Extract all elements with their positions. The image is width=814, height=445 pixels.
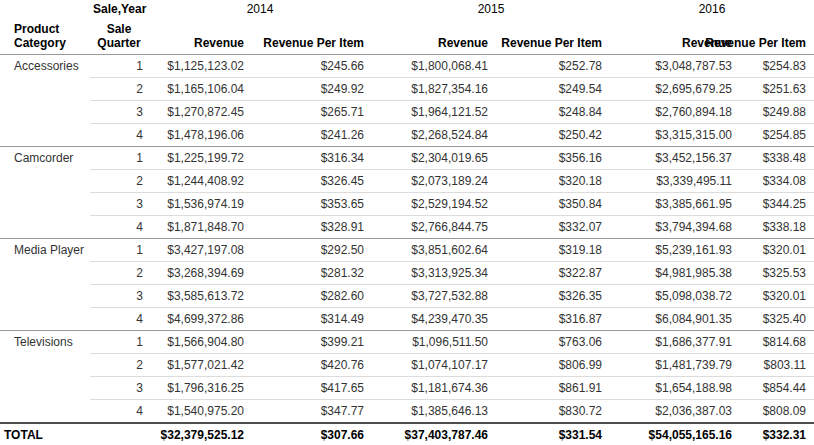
sale-quarter-cell: 2 xyxy=(90,262,148,285)
table-row: 2$1,165,106.04$249.92$1,827,354.16$249.5… xyxy=(0,78,814,101)
row-dimension-line2: Category xyxy=(14,36,90,50)
revenue-per-item-cell: $316.87 xyxy=(496,308,610,331)
revenue-per-item-cell: $248.84 xyxy=(496,101,610,124)
table-header: Sale,Year 2014 2015 2016 Product Categor… xyxy=(0,0,814,55)
revenue-per-item-cell: $350.84 xyxy=(496,193,610,216)
revenue-cell: $2,529,194.52 xyxy=(372,193,496,216)
table-row: 3$3,585,613.72$282.60$3,727,532.88$326.3… xyxy=(0,285,814,308)
total-revenue-cell: $32,379,525.12 xyxy=(148,423,252,445)
revenue-cell: $1,181,674.36 xyxy=(372,377,496,400)
revenue-cell: $4,699,372.86 xyxy=(148,308,252,331)
sale-quarter-cell: 1 xyxy=(90,147,148,170)
revenue-per-item-cell: $326.45 xyxy=(252,170,372,193)
revenue-per-item-cell: $249.88 xyxy=(740,101,814,124)
row-dimension-header: Product Category xyxy=(0,19,90,55)
revenue-cell: $1,244,408.92 xyxy=(148,170,252,193)
table-row: 3$1,270,872.45$265.71$1,964,121.52$248.8… xyxy=(0,101,814,124)
revenue-cell: $1,827,354.16 xyxy=(372,78,496,101)
revenue-cell: $1,577,021.42 xyxy=(148,354,252,377)
revenue-per-item-cell: $338.18 xyxy=(740,216,814,239)
revenue-per-item-cell: $399.21 xyxy=(252,331,372,354)
revenue-cell: $1,871,848.70 xyxy=(148,216,252,239)
table-row: Televisions1$1,566,904.80$399.21$1,096,5… xyxy=(0,331,814,354)
revenue-per-item-cell: $319.18 xyxy=(496,239,610,262)
revenue-cell: $5,098,038.72 xyxy=(610,285,740,308)
revenue-per-item-cell: $281.32 xyxy=(252,262,372,285)
revenue-cell: $1,270,872.45 xyxy=(148,101,252,124)
revenue-per-item-cell: $251.63 xyxy=(740,78,814,101)
revenue-cell: $1,165,106.04 xyxy=(148,78,252,101)
revenue-cell: $2,766,844.75 xyxy=(372,216,496,239)
sale-quarter-cell: 4 xyxy=(90,400,148,424)
revenue-per-item-cell: $325.53 xyxy=(740,262,814,285)
measure-header-row: Product Category Sale Quarter Revenue Re… xyxy=(0,19,814,55)
sale-quarter-cell: 1 xyxy=(90,239,148,262)
sale-quarter-cell: 3 xyxy=(90,377,148,400)
quarter-dimension-line1: Sale xyxy=(90,22,148,36)
revenue-cell: $3,794,394.68 xyxy=(610,216,740,239)
table-row: 3$1,536,974.19$353.65$2,529,194.52$350.8… xyxy=(0,193,814,216)
sale-quarter-cell: 4 xyxy=(90,216,148,239)
revenue-cell: $1,800,068.41 xyxy=(372,55,496,78)
revenue-cell: $1,478,196.06 xyxy=(148,124,252,147)
revenue-cell: $2,760,894.18 xyxy=(610,101,740,124)
column-dimension-label: Sale,Year xyxy=(90,0,148,19)
revenue-cell: $2,695,679.25 xyxy=(610,78,740,101)
revenue-cell: $1,654,188.98 xyxy=(610,377,740,400)
revenue-per-item-cell: $320.01 xyxy=(740,239,814,262)
revenue-per-item-cell: $830.72 xyxy=(496,400,610,424)
revenue-cell: $3,851,602.64 xyxy=(372,239,496,262)
table-body: Accessories1$1,125,123.02$245.66$1,800,0… xyxy=(0,55,814,445)
sale-quarter-cell: 2 xyxy=(90,354,148,377)
revenue-cell: $3,585,613.72 xyxy=(148,285,252,308)
sale-quarter-cell: 1 xyxy=(90,55,148,78)
revenue-per-item-cell: $338.48 xyxy=(740,147,814,170)
revenue-cell: $3,727,532.88 xyxy=(372,285,496,308)
revenue-cell: $4,239,470.35 xyxy=(372,308,496,331)
revenue-cell: $1,096,511.50 xyxy=(372,331,496,354)
revenue-cell: $1,796,316.25 xyxy=(148,377,252,400)
revenue-cell: $3,452,156.37 xyxy=(610,147,740,170)
revenue-cell: $3,339,495.11 xyxy=(610,170,740,193)
revenue-cell: $6,084,901.35 xyxy=(610,308,740,331)
crosstab-table: Sale,Year 2014 2015 2016 Product Categor… xyxy=(0,0,814,445)
revenue-per-item-cell: $328.91 xyxy=(252,216,372,239)
sale-quarter-cell: 4 xyxy=(90,124,148,147)
sale-quarter-cell: 2 xyxy=(90,170,148,193)
total-revenue-cell: $37,403,787.46 xyxy=(372,423,496,445)
total-revenue-per-item-cell: $307.66 xyxy=(252,423,372,445)
product-category-cell: Media Player xyxy=(0,239,90,331)
revenue-per-item-cell: $241.26 xyxy=(252,124,372,147)
revenue-cell: $1,964,121.52 xyxy=(372,101,496,124)
revenue-per-item-cell: $356.16 xyxy=(496,147,610,170)
sale-quarter-cell: 1 xyxy=(90,331,148,354)
revenue-cell: $1,074,107.17 xyxy=(372,354,496,377)
table-row: Media Player1$3,427,197.08$292.50$3,851,… xyxy=(0,239,814,262)
revenue-per-item-cell: $322.87 xyxy=(496,262,610,285)
revenue-per-item-cell: $326.35 xyxy=(496,285,610,308)
revenue-header-2014: Revenue xyxy=(148,19,252,55)
sale-quarter-cell: 2 xyxy=(90,78,148,101)
table-row: 4$1,871,848.70$328.91$2,766,844.75$332.0… xyxy=(0,216,814,239)
revenue-per-item-cell: $265.71 xyxy=(252,101,372,124)
table-row: Camcorder1$1,225,199.72$316.34$2,304,019… xyxy=(0,147,814,170)
revenue-cell: $1,540,975.20 xyxy=(148,400,252,424)
revenue-cell: $2,073,189.24 xyxy=(372,170,496,193)
revenue-per-item-header-2014: Revenue Per Item xyxy=(252,19,372,55)
sale-quarter-cell: 4 xyxy=(90,308,148,331)
revenue-per-item-cell: $320.01 xyxy=(740,285,814,308)
revenue-cell: $3,385,661.95 xyxy=(610,193,740,216)
product-category-cell: Camcorder xyxy=(0,147,90,239)
revenue-per-item-cell: $282.60 xyxy=(252,285,372,308)
revenue-per-item-cell: $314.49 xyxy=(252,308,372,331)
revenue-cell: $1,481,739.79 xyxy=(610,354,740,377)
revenue-cell: $1,566,904.80 xyxy=(148,331,252,354)
revenue-cell: $3,313,925.34 xyxy=(372,262,496,285)
revenue-cell: $1,125,123.02 xyxy=(148,55,252,78)
revenue-per-item-cell: $763.06 xyxy=(496,331,610,354)
revenue-per-item-cell: $254.85 xyxy=(740,124,814,147)
year-header-2016: 2016 xyxy=(610,0,814,19)
product-category-cell: Accessories xyxy=(0,55,90,147)
revenue-per-item-cell: $252.78 xyxy=(496,55,610,78)
year-header-row: Sale,Year 2014 2015 2016 xyxy=(0,0,814,19)
